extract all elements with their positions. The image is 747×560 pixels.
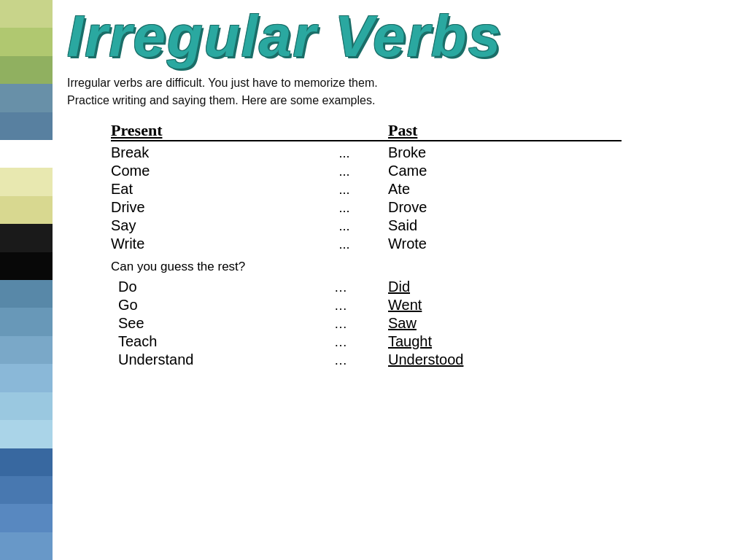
verb-past: Said [388,217,622,234]
stripe-6 [0,140,53,168]
left-stripe [0,0,53,560]
guess-past: Understood [388,351,622,368]
header-past: Past [388,121,622,140]
table-row: Come ... Came [111,163,622,179]
table-row: Eat ... Ate [111,181,622,198]
verb-past: Drove [388,199,622,216]
guess-sep: … [293,316,388,332]
stripe-9 [0,224,53,252]
guess-sep: … [293,335,388,350]
stripe-18 [0,476,53,504]
table-row: Drive ... Drove [111,199,622,216]
stripe-17 [0,448,53,476]
guess-past: Taught [388,333,622,350]
verb-past: Ate [388,181,622,198]
table-row: Break ... Broke [111,144,622,161]
verb-sep: ... [301,237,388,252]
verb-present: Say [111,217,301,234]
subtitle-line1: Irregular verbs are difficult. You just … [67,77,378,89]
guess-past: Did [388,279,622,295]
main-content: Irregular Verbs Irregular verbs are diff… [53,0,747,560]
verb-present: Drive [111,199,301,216]
stripe-1 [0,0,53,28]
verb-sep: ... [301,201,388,216]
stripe-2 [0,28,53,55]
header-dots [301,121,388,140]
stripe-19 [0,504,53,532]
stripe-5 [0,112,53,140]
guess-sep: … [293,353,388,368]
stripe-20 [0,532,53,560]
verb-present: Write [111,236,301,252]
table-row: Write ... Wrote [111,236,622,252]
page-title: Irregular Verbs [67,7,725,66]
subtitle-line2: Practice writing and saying them. Here a… [67,94,375,106]
table-header: Present Past [111,121,622,141]
table-row: Say ... Said [111,217,622,234]
verb-sep: ... [301,219,388,234]
guess-present: Teach [118,333,293,350]
guess-row: Teach … Taught [111,333,622,350]
stripe-14 [0,364,53,392]
subtitle: Irregular verbs are difficult. You just … [67,74,725,109]
verb-present: Come [111,163,301,179]
guess-present: See [118,315,293,332]
stripe-10 [0,252,53,280]
stripe-12 [0,308,53,335]
verb-past: Broke [388,144,622,161]
verb-sep: ... [301,182,388,198]
verb-present: Break [111,144,301,161]
guess-row: Understand … Understood [111,351,622,368]
guess-present: Go [118,297,293,314]
guess-row: See … Saw [111,315,622,332]
stripe-13 [0,336,53,364]
guess-row: Go … Went [111,297,622,314]
guess-sep: … [293,280,388,295]
guess-present: Understand [118,351,293,368]
stripe-16 [0,420,53,448]
verb-past: Came [388,163,622,179]
guess-present: Do [118,279,293,295]
verb-sep: ... [301,164,388,179]
stripe-11 [0,280,53,308]
guess-past: Saw [388,315,622,332]
guess-past: Went [388,297,622,314]
verb-present: Eat [111,181,301,198]
stripe-3 [0,56,53,84]
stripe-7 [0,168,53,195]
stripe-15 [0,392,53,420]
guess-prompt: Can you guess the rest? [111,260,622,274]
header-present: Present [111,121,301,140]
verb-table: Present Past Break ... Broke Come ... Ca… [111,121,622,368]
stripe-8 [0,196,53,224]
stripe-4 [0,84,53,112]
verb-sep: ... [301,146,388,161]
verb-past: Wrote [388,236,622,252]
guess-row: Do … Did [111,279,622,295]
guess-sep: … [293,298,388,314]
